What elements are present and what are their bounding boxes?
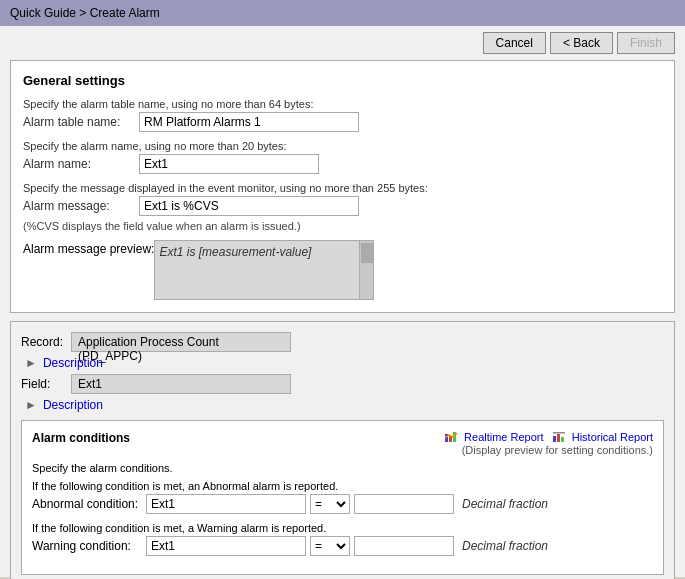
top-button-bar: Cancel < Back Finish [0, 26, 685, 60]
record-value: Application Process Count (PD_APPC) [71, 332, 291, 352]
alarm-name-row: Alarm name: [23, 154, 662, 174]
alarm-preview-value: Ext1 is [measurement-value] [159, 245, 311, 259]
report-links: Realtime Report Historical Report (Displ… [445, 431, 653, 456]
back-button-top[interactable]: < Back [550, 32, 613, 54]
warning-alarm-row: If the following condition is met, a War… [32, 522, 653, 556]
alarm-message-input[interactable] [139, 196, 359, 216]
alarm-message-group: Specify the message displayed in the eve… [23, 182, 662, 232]
alarm-table-desc: Specify the alarm table name, using no m… [23, 98, 662, 110]
warning-input[interactable] [146, 536, 306, 556]
warning-decimal-label: Decimal fraction [462, 539, 548, 553]
svg-rect-3 [553, 436, 556, 442]
display-preview-note: (Display preview for setting conditions.… [462, 444, 653, 456]
field-description-link[interactable]: Description [43, 398, 103, 412]
alarm-table-label: Alarm table name: [23, 115, 133, 129]
alarm-name-input[interactable] [139, 154, 319, 174]
historical-report-icon [553, 431, 567, 444]
field-row: Field: Ext1 [21, 374, 664, 394]
cancel-button-top[interactable]: Cancel [483, 32, 546, 54]
record-description-link[interactable]: Description [43, 356, 103, 370]
alarm-conditions-desc: Specify the alarm conditions. [32, 462, 653, 474]
alarm-message-row: Alarm message: [23, 196, 662, 216]
breadcrumb: Quick Guide > Create Alarm [10, 6, 160, 20]
abnormal-decimal-label: Decimal fraction [462, 497, 548, 511]
abnormal-fields: Abnormal condition: = > < Decimal fracti… [32, 494, 653, 514]
historical-report-link[interactable]: Historical Report [572, 431, 653, 443]
realtime-report-icon [445, 431, 459, 444]
record-label: Record: [21, 335, 71, 349]
field-label: Field: [21, 377, 71, 391]
general-settings-section: General settings Specify the alarm table… [10, 60, 675, 313]
abnormal-operator-select[interactable]: = > < [310, 494, 350, 514]
record-row: Record: Application Process Count (PD_AP… [21, 332, 664, 352]
field-expand-arrow-icon: ► [25, 398, 37, 412]
finish-button-top[interactable]: Finish [617, 32, 675, 54]
warning-desc: If the following condition is met, a War… [32, 522, 653, 534]
warning-fields: Warning condition: = > < Decimal fractio… [32, 536, 653, 556]
abnormal-label: Abnormal condition: [32, 497, 142, 511]
record-field-section: Record: Application Process Count (PD_AP… [10, 321, 675, 579]
warning-operator-select[interactable]: = > < [310, 536, 350, 556]
alarm-cond-title: Alarm conditions [32, 431, 130, 445]
svg-rect-6 [553, 432, 565, 434]
alarm-message-label: Alarm message: [23, 199, 133, 213]
alarm-preview-box: Ext1 is [measurement-value] [154, 240, 374, 300]
warning-label: Warning condition: [32, 539, 142, 553]
alarm-message-note: (%CVS displays the field value when an a… [23, 220, 662, 232]
alarm-cond-header: Alarm conditions Realtime Report [32, 431, 653, 456]
alarm-name-desc: Specify the alarm name, using no more th… [23, 140, 662, 152]
abnormal-value-input[interactable] [354, 494, 454, 514]
svg-rect-4 [557, 434, 560, 442]
alarm-table-row: Alarm table name: [23, 112, 662, 132]
alarm-preview-group: Alarm message preview: Ext1 is [measurem… [23, 240, 662, 300]
expand-arrow-icon: ► [25, 356, 37, 370]
warning-value-input[interactable] [354, 536, 454, 556]
title-bar: Quick Guide > Create Alarm [0, 0, 685, 26]
alarm-name-label: Alarm name: [23, 157, 133, 171]
scrollbar-thumb [361, 243, 373, 263]
field-value: Ext1 [71, 374, 291, 394]
alarm-conditions-box: Alarm conditions Realtime Report [21, 420, 664, 575]
abnormal-alarm-row: If the following condition is met, an Ab… [32, 480, 653, 514]
alarm-name-group: Specify the alarm name, using no more th… [23, 140, 662, 174]
abnormal-input[interactable] [146, 494, 306, 514]
realtime-report-link[interactable]: Realtime Report [464, 431, 543, 443]
field-description-link-row: ► Description [25, 398, 664, 412]
preview-scrollbar[interactable] [359, 241, 373, 299]
alarm-message-desc: Specify the message displayed in the eve… [23, 182, 662, 194]
abnormal-desc: If the following condition is met, an Ab… [32, 480, 653, 492]
main-content: Cancel < Back Finish General settings Sp… [0, 26, 685, 577]
svg-rect-5 [561, 437, 564, 442]
alarm-table-group: Specify the alarm table name, using no m… [23, 98, 662, 132]
general-settings-title: General settings [23, 73, 662, 88]
alarm-table-input[interactable] [139, 112, 359, 132]
alarm-preview-label: Alarm message preview: [23, 240, 154, 300]
